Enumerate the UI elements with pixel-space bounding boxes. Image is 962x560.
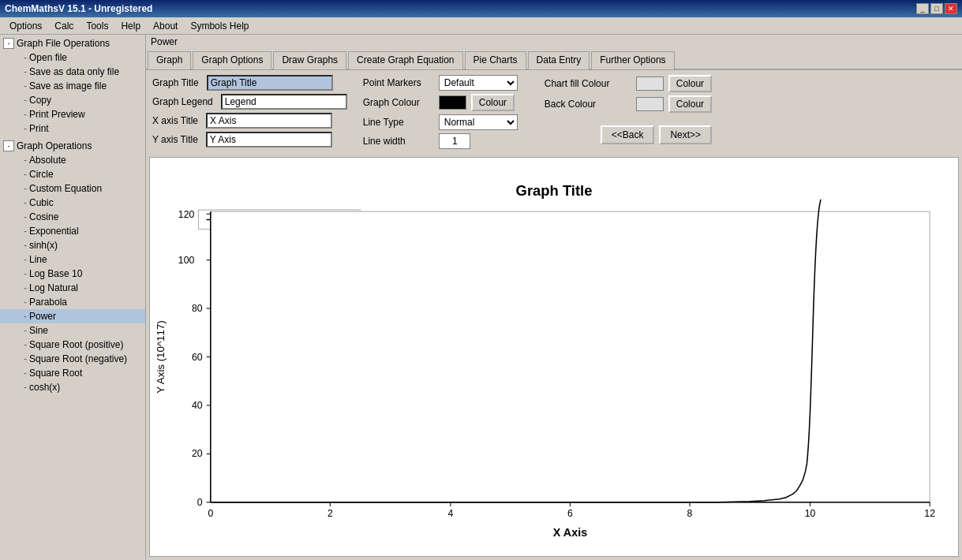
chart-fill-colour-button[interactable]: Colour bbox=[668, 75, 712, 92]
line-type-label: Line Type bbox=[363, 117, 434, 128]
sidebar-item-log-base10[interactable]: -Log Base 10 bbox=[0, 267, 145, 281]
sidebar-item-exponential[interactable]: -Exponential bbox=[0, 224, 145, 238]
next-button[interactable]: Next>> bbox=[659, 125, 712, 144]
svg-text:0: 0 bbox=[197, 497, 203, 508]
svg-rect-6 bbox=[211, 211, 930, 502]
sidebar-item-sqrt-positive[interactable]: -Square Root (positive) bbox=[0, 338, 145, 352]
graph-legend-label: Graph Legend bbox=[152, 96, 213, 107]
sidebar-item-custom-equation[interactable]: -Custom Equation bbox=[0, 181, 145, 196]
svg-text:80: 80 bbox=[192, 303, 203, 314]
x-axis-title-row: X axis Title bbox=[152, 113, 347, 129]
line-type-row: Line Type Normal Dashed Dotted bbox=[363, 114, 529, 130]
svg-text:10: 10 bbox=[805, 508, 816, 519]
main-layout: - Graph File Operations -Open file -Save… bbox=[0, 35, 962, 560]
graph-title-label: Graph Title bbox=[152, 77, 199, 88]
sidebar-item-parabola[interactable]: -Parabola bbox=[0, 295, 145, 309]
sidebar-item-cubic[interactable]: -Cubic bbox=[0, 196, 145, 210]
sidebar-root-operations[interactable]: - Graph Operations bbox=[0, 139, 145, 153]
sidebar-item-cosine[interactable]: -Cosine bbox=[0, 210, 145, 224]
chart-svg: Graph Title Legend Legend bbox=[150, 158, 958, 556]
sidebar-item-print[interactable]: -Print bbox=[0, 121, 145, 136]
svg-text:12: 12 bbox=[924, 508, 935, 519]
menu-help[interactable]: Help bbox=[114, 19, 147, 33]
graph-colour-button[interactable]: Colour bbox=[471, 94, 515, 111]
sidebar-item-save-image[interactable]: -Save as image file bbox=[0, 79, 145, 93]
svg-text:4: 4 bbox=[448, 508, 454, 519]
sidebar-item-absolute[interactable]: -Absolute bbox=[0, 153, 145, 167]
menu-options[interactable]: Options bbox=[3, 19, 48, 33]
expand-icon-ops: - bbox=[3, 140, 14, 151]
chart-fill-swatch bbox=[636, 77, 664, 91]
options-panel: Graph Title Graph Legend X axis Title Y … bbox=[146, 70, 962, 154]
close-button[interactable]: ✕ bbox=[945, 3, 957, 14]
menu-symbols-help[interactable]: Symbols Help bbox=[184, 19, 255, 33]
point-markers-select[interactable]: Default None Circle Square bbox=[439, 75, 518, 91]
back-colour-button[interactable]: Colour bbox=[668, 95, 712, 113]
sidebar-root-file[interactable]: - Graph File Operations bbox=[0, 36, 145, 50]
chart-fill-row: Chart fill Colour Colour bbox=[545, 75, 712, 92]
app-title: ChemMathsV 15.1 - Unregistered bbox=[5, 3, 152, 14]
sidebar-item-cosh[interactable]: -cosh(x) bbox=[0, 380, 145, 394]
minimize-button[interactable]: _ bbox=[916, 3, 929, 14]
tab-further-options[interactable]: Further Options bbox=[591, 51, 674, 69]
menu-tools[interactable]: Tools bbox=[80, 19, 114, 33]
menu-calc[interactable]: Calc bbox=[48, 19, 80, 33]
tab-create-graph-equation[interactable]: Create Graph Equation bbox=[348, 51, 462, 69]
graph-legend-row: Graph Legend bbox=[152, 94, 347, 110]
svg-text:Y Axis (10^117): Y Axis (10^117) bbox=[155, 320, 167, 393]
tab-graph[interactable]: Graph bbox=[148, 51, 191, 69]
line-width-row: Line width bbox=[363, 133, 529, 149]
line-width-input[interactable] bbox=[439, 133, 470, 149]
sidebar-item-circle[interactable]: -Circle bbox=[0, 167, 145, 181]
expand-icon-file: - bbox=[3, 38, 14, 49]
graph-title-row: Graph Title bbox=[152, 75, 347, 91]
sidebar-item-open-file[interactable]: -Open file bbox=[0, 50, 145, 65]
back-button[interactable]: <<Back bbox=[601, 125, 655, 144]
back-colour-label: Back Colour bbox=[545, 99, 631, 110]
chart-fill-label: Chart fill Colour bbox=[545, 78, 631, 89]
svg-text:100: 100 bbox=[178, 255, 195, 266]
point-markers-row: Point Markers Default None Circle Square bbox=[363, 75, 529, 91]
svg-text:40: 40 bbox=[192, 400, 203, 411]
menu-about[interactable]: About bbox=[147, 19, 184, 33]
svg-text:6: 6 bbox=[567, 508, 573, 519]
svg-text:8: 8 bbox=[687, 508, 693, 519]
svg-text:X Axis: X Axis bbox=[553, 526, 587, 539]
window-controls: _ □ ✕ bbox=[916, 3, 957, 14]
sidebar-item-print-preview[interactable]: -Print Preview bbox=[0, 107, 145, 121]
svg-text:120: 120 bbox=[178, 209, 195, 220]
graph-legend-input[interactable] bbox=[221, 94, 347, 110]
svg-text:20: 20 bbox=[192, 448, 203, 459]
tabs-bar: Graph Graph Options Draw Graphs Create G… bbox=[146, 49, 962, 70]
svg-text:0: 0 bbox=[208, 508, 213, 519]
tab-graph-options[interactable]: Graph Options bbox=[193, 51, 271, 69]
sidebar-item-sine[interactable]: -Sine bbox=[0, 323, 145, 338]
y-axis-title-input[interactable] bbox=[206, 132, 332, 147]
maximize-button[interactable]: □ bbox=[930, 3, 943, 14]
power-label: Power bbox=[146, 35, 962, 49]
svg-text:60: 60 bbox=[192, 352, 203, 363]
tab-draw-graphs[interactable]: Draw Graphs bbox=[273, 51, 346, 69]
chart-area: Graph Title Legend Legend bbox=[149, 157, 959, 557]
sidebar-item-log-natural[interactable]: -Log Natural bbox=[0, 281, 145, 295]
sidebar-item-sqrt-negative[interactable]: -Square Root (negative) bbox=[0, 352, 145, 366]
svg-text:2: 2 bbox=[328, 508, 333, 519]
sidebar-item-power[interactable]: -Power bbox=[0, 309, 145, 323]
line-type-select[interactable]: Normal Dashed Dotted bbox=[439, 114, 518, 130]
tab-data-entry[interactable]: Data Entry bbox=[528, 51, 590, 69]
graph-colour-swatch bbox=[439, 95, 466, 110]
y-axis-title-label: Y axis Title bbox=[152, 134, 198, 145]
sidebar-item-sinh[interactable]: -sinh(x) bbox=[0, 238, 145, 252]
sidebar-item-save-data[interactable]: -Save as data only file bbox=[0, 65, 145, 79]
sidebar-item-sqrt[interactable]: -Square Root bbox=[0, 366, 145, 380]
tab-pie-charts[interactable]: Pie Charts bbox=[465, 51, 526, 69]
graph-colour-row: Graph Colour Colour bbox=[363, 94, 529, 111]
x-axis-title-input[interactable] bbox=[206, 113, 332, 129]
line-width-label: Line width bbox=[363, 136, 434, 147]
graph-title-input[interactable] bbox=[207, 75, 333, 91]
right-panel: Power Graph Graph Options Draw Graphs Cr… bbox=[146, 35, 962, 560]
sidebar-ops-label: Graph Operations bbox=[17, 140, 92, 151]
sidebar-item-copy[interactable]: -Copy bbox=[0, 93, 145, 107]
sidebar-item-line[interactable]: -Line bbox=[0, 252, 145, 267]
point-markers-label: Point Markers bbox=[363, 77, 434, 88]
